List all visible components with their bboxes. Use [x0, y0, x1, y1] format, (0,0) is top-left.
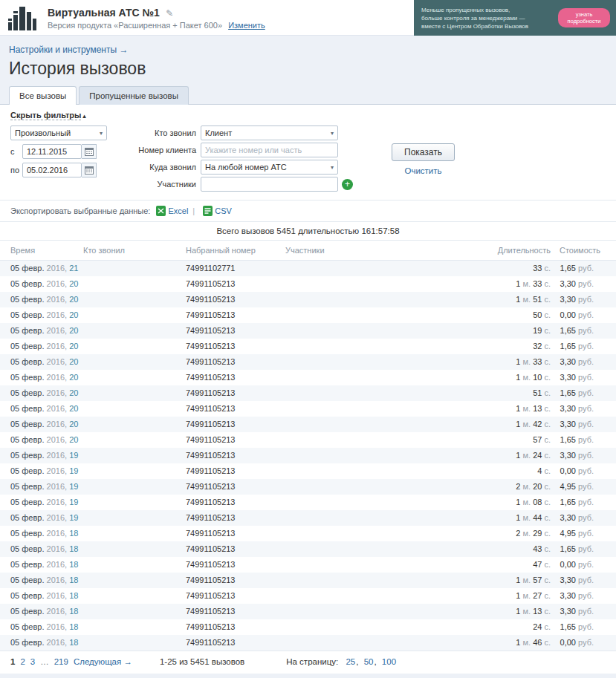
- call-time-cell: 05 февр. 2016, 20:44:07: [0, 323, 79, 339]
- cost-cell: 1,65 руб.: [555, 541, 616, 557]
- column-header-participants: Участники: [281, 241, 484, 261]
- dialed-number-cell: 74991105213: [181, 354, 281, 370]
- call-row[interactable]: 05 февр. 2016, 20:44:477499110521350 с.0…: [0, 307, 616, 323]
- date-to-label: по: [10, 166, 22, 175]
- call-row[interactable]: 05 февр. 2016, 18:27:26749911052131 м. 5…: [0, 573, 616, 588]
- next-page-link[interactable]: Следующая →: [74, 657, 132, 666]
- call-row[interactable]: 05 февр. 2016, 20:31:53749911052131 м. 3…: [0, 354, 616, 370]
- where-called-select[interactable]: На любой номер АТС ▾: [201, 160, 338, 175]
- call-row[interactable]: 05 февр. 2016, 20:07:56749911052131 м. 4…: [0, 417, 616, 432]
- dialed-number-cell: 74991105213: [181, 510, 281, 526]
- call-time-cell: 05 февр. 2016, 18:30:21: [0, 541, 79, 557]
- dialed-number-cell: 74991105213: [181, 401, 281, 417]
- dialed-number-cell: 74991105213: [181, 495, 281, 510]
- duration-cell: 33 с.: [484, 261, 555, 276]
- call-row[interactable]: 05 февр. 2016, 21:27:287499110277133 с.1…: [0, 261, 616, 276]
- call-time-cell: 05 февр. 2016, 18:28:01: [0, 557, 79, 573]
- calendar-icon[interactable]: [82, 144, 97, 159]
- caller-cell: [79, 432, 181, 448]
- cost-cell: 0,00 руб.: [555, 463, 616, 479]
- duration-cell: 1 м. 42 с.: [484, 417, 555, 432]
- calendar-icon[interactable]: [82, 163, 97, 177]
- duration-cell: 1 м. 46 с.: [484, 635, 555, 651]
- call-row[interactable]: 05 февр. 2016, 20:11:06749911052131 м. 1…: [0, 401, 616, 417]
- duration-cell: 1 м. 10 с.: [484, 370, 555, 385]
- edit-title-icon[interactable]: ✎: [166, 8, 173, 19]
- settings-tools-link[interactable]: Настройки и инструменты →: [9, 45, 128, 55]
- call-time-cell: 05 февр. 2016, 19:16:52: [0, 495, 79, 510]
- client-number-input[interactable]: [201, 143, 338, 157]
- caller-cell: [79, 276, 181, 292]
- call-row[interactable]: 05 февр. 2016, 20:46:04749911052131 м. 5…: [0, 292, 616, 307]
- cost-cell: 3,30 руб.: [555, 417, 616, 432]
- call-row[interactable]: 05 февр. 2016, 19:50:36749911052131 м. 2…: [0, 448, 616, 463]
- call-row[interactable]: 05 февр. 2016, 18:17:577499110521324 с.1…: [0, 619, 616, 635]
- call-row[interactable]: 05 февр. 2016, 20:52:28749911052131 м. 3…: [0, 276, 616, 292]
- per-page-option[interactable]: 50: [364, 657, 374, 666]
- call-row[interactable]: 05 февр. 2016, 19:19:56749911052134 с.0,…: [0, 463, 616, 479]
- call-time-cell: 05 февр. 2016, 19:19:56: [0, 463, 79, 479]
- tab-missed-calls[interactable]: Пропущенные вызовы: [79, 86, 189, 105]
- add-participant-icon[interactable]: +: [342, 179, 353, 190]
- who-called-select[interactable]: Клиент ▾: [201, 126, 338, 140]
- duration-cell: 2 м. 29 с.: [484, 526, 555, 541]
- duration-cell: 19 с.: [484, 323, 555, 339]
- call-row[interactable]: 05 февр. 2016, 19:14:49749911052131 м. 4…: [0, 510, 616, 526]
- promo-cta-button[interactable]: узнать подробности: [558, 8, 610, 27]
- call-row[interactable]: 05 февр. 2016, 18:53:41749911052132 м. 2…: [0, 526, 616, 541]
- per-page-control: На страницу: 25, 50, 100: [286, 657, 397, 666]
- export-csv-link[interactable]: CSV: [215, 206, 232, 215]
- tab-all-calls[interactable]: Все вызовы: [9, 86, 77, 105]
- date-to-input[interactable]: [22, 163, 82, 177]
- duration-cell: 1 м. 57 с.: [484, 573, 555, 588]
- hide-filters-link[interactable]: Скрыть фильтры▴: [10, 111, 85, 120]
- calls-table: Время Кто звонил Набранный номер Участни…: [0, 240, 616, 651]
- call-row[interactable]: 05 февр. 2016, 18:28:017499110521347 с.0…: [0, 557, 616, 573]
- call-row[interactable]: 05 февр. 2016, 20:44:077499110521319 с.1…: [0, 323, 616, 339]
- cost-cell: 0,00 руб.: [555, 307, 616, 323]
- participants-cell: [281, 526, 484, 541]
- participants-label: Участники: [134, 180, 196, 189]
- caller-cell: [79, 354, 181, 370]
- call-row[interactable]: 05 февр. 2016, 20:11:097499110521351 с.1…: [0, 385, 616, 401]
- dialed-number-cell: 74991105213: [181, 557, 281, 573]
- breadcrumb: Настройки и инструменты →: [9, 45, 616, 55]
- duration-cell: 1 м. 13 с.: [484, 401, 555, 417]
- cost-cell: 4,95 руб.: [555, 526, 616, 541]
- page-number-link[interactable]: 2: [20, 657, 25, 666]
- export-excel-link[interactable]: Excel: [168, 206, 188, 215]
- change-version-link[interactable]: Изменить: [228, 21, 265, 30]
- dialed-number-cell: 74991105213: [181, 292, 281, 307]
- caller-cell: [79, 292, 181, 307]
- call-row[interactable]: 05 февр. 2016, 20:41:547499110521332 с.1…: [0, 339, 616, 354]
- call-row[interactable]: 05 февр. 2016, 18:19:31749911052131 м. 1…: [0, 604, 616, 619]
- participants-cell: [281, 635, 484, 651]
- duration-cell: 32 с.: [484, 339, 555, 354]
- page-number-link[interactable]: 219: [54, 657, 68, 666]
- call-row[interactable]: 05 февр. 2016, 20:04:057499110521357 с.1…: [0, 432, 616, 448]
- call-time-cell: 05 февр. 2016, 18:17:57: [0, 619, 79, 635]
- call-row[interactable]: 05 февр. 2016, 19:18:59749911052132 м. 2…: [0, 479, 616, 495]
- call-time-cell: 05 февр. 2016, 20:13:00: [0, 370, 79, 385]
- comma: ,: [356, 657, 358, 666]
- cost-cell: 3,30 руб.: [555, 276, 616, 292]
- per-page-option[interactable]: 100: [382, 657, 396, 666]
- duration-cell: 1 м. 44 с.: [484, 510, 555, 526]
- per-page-option[interactable]: 25: [346, 657, 355, 666]
- cost-cell: 1,65 руб.: [555, 619, 616, 635]
- call-row[interactable]: 05 февр. 2016, 18:13:08749911052131 м. 4…: [0, 635, 616, 651]
- period-select[interactable]: Произвольный ▾: [10, 126, 107, 140]
- date-from-input[interactable]: [22, 144, 82, 159]
- call-row[interactable]: 05 февр. 2016, 18:30:217499110521343 с.1…: [0, 541, 616, 557]
- clear-filters-link[interactable]: Очистить: [404, 166, 441, 175]
- participants-input[interactable]: [201, 177, 338, 192]
- dialed-number-cell: 74991105213: [181, 526, 281, 541]
- call-row[interactable]: 05 февр. 2016, 20:13:00749911052131 м. 1…: [0, 370, 616, 385]
- call-row[interactable]: 05 февр. 2016, 19:16:52749911052131 м. 0…: [0, 495, 616, 510]
- call-row[interactable]: 05 февр. 2016, 18:21:38749911052131 м. 2…: [0, 588, 616, 604]
- tabs: Все вызовы Пропущенные вызовы: [0, 86, 616, 105]
- cost-cell: 1,65 руб.: [555, 323, 616, 339]
- show-button[interactable]: Показать: [392, 143, 455, 161]
- dialed-number-cell: 74991105213: [181, 619, 281, 635]
- page-number-link[interactable]: 3: [30, 657, 35, 666]
